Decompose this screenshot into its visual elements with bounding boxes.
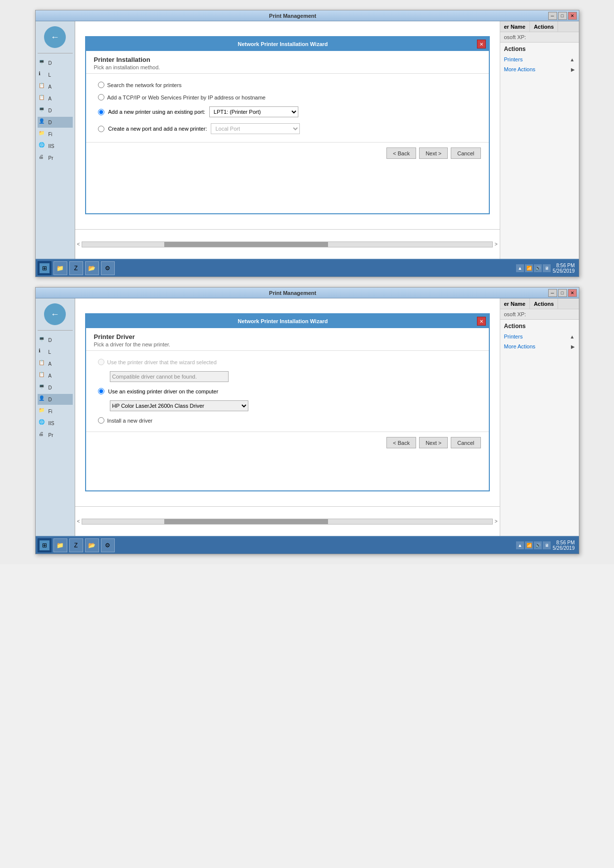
sidebar-item-a2-s2[interactable]: 📋 A (38, 370, 73, 381)
maximize-button-1[interactable]: □ (558, 12, 567, 20)
taskbar-2: ⊞ 📁 Z 📂 ⚙ ▲ 📶 🔊 🖥 8:56 PM 5/26/2019 (36, 536, 579, 554)
start-icon-1: ⊞ (40, 263, 49, 273)
wizard-dialog-title-bar-2: Network Printer Installation Wizard ✕ (86, 314, 489, 328)
sidebar-icon-d1: 💻 (39, 59, 47, 67)
back-button-wizard-1[interactable]: < Back (386, 147, 416, 159)
sidebar-item-fi-s2[interactable]: 📁 Fi (38, 406, 73, 417)
wizard-close-button-2[interactable]: ✕ (477, 317, 486, 326)
maximize-button-2[interactable]: □ (558, 289, 567, 297)
wizard-section-title-2: Printer Driver (94, 333, 481, 340)
cancel-button-wizard-1[interactable]: Cancel (451, 147, 480, 159)
sidebar-icon-fi-s2: 📁 (39, 407, 47, 415)
sidebar-item-pr[interactable]: 🖨 Pr (38, 152, 73, 163)
new-port-dropdown[interactable]: Local Port Standard TCP/IP Port (211, 123, 300, 134)
radio-existing-driver-input[interactable] (98, 388, 104, 394)
scroll-left-btn-1[interactable]: < (77, 241, 80, 247)
wizard-footer-2: < Back Next > Cancel (86, 432, 489, 453)
scroll-track-1[interactable] (82, 241, 492, 247)
window-panel-2: Print Management ─ □ ✕ ← 💻 D ℹ (35, 287, 579, 554)
radio-new-port-input[interactable] (98, 126, 104, 132)
radio-existing-port-input[interactable] (98, 109, 104, 115)
taskbar-left-1: ⊞ 📁 Z 📂 ⚙ (38, 261, 115, 275)
sidebar-icon-l1: ℹ (39, 71, 47, 79)
sidebar-item-l1[interactable]: ℹ L (38, 69, 73, 80)
sidebar-item-fi[interactable]: 📁 Fi (38, 129, 73, 140)
tray-network-1[interactable]: 📶 (525, 264, 533, 272)
sidebar-item-d3-s2[interactable]: 👤 D (38, 394, 73, 405)
back-button-wizard-2[interactable]: < Back (386, 437, 416, 448)
radio-wizard-selected-input[interactable] (98, 359, 104, 365)
sidebar-icon-a1-s2: 📋 (39, 360, 47, 368)
actions-header-1: Actions (500, 43, 579, 54)
taskbar-btn-app2-1[interactable]: Z (69, 261, 83, 275)
table-scroll-1: < > (75, 241, 500, 247)
radio-add-tcpip-label: Add a TCP/IP or Web Services Printer by … (107, 95, 266, 100)
radio-existing-driver-label: Use an existing printer driver on the co… (108, 388, 219, 394)
sidebar-item-a1[interactable]: 📋 A (38, 81, 73, 92)
cancel-button-wizard-2[interactable]: Cancel (451, 437, 480, 448)
minimize-button-2[interactable]: ─ (548, 289, 557, 297)
sidebar-item-a1-s2[interactable]: 📋 A (38, 358, 73, 369)
sidebar-item-d2-s2[interactable]: 💻 D (38, 382, 73, 393)
minimize-button-1[interactable]: ─ (548, 12, 557, 20)
right-panel-subheader-2: osoft XP: (500, 309, 579, 320)
taskbar-btn-app2-2[interactable]: Z (69, 538, 83, 552)
tray-misc-1[interactable]: 🖥 (543, 264, 551, 272)
sidebar-item-iis-s2[interactable]: 🌐 IIS (38, 418, 73, 429)
tray-expand-1[interactable]: ▲ (516, 264, 524, 272)
sidebar-item-d1[interactable]: 💻 D (38, 57, 73, 68)
sidebar-icon-iis: 🌐 (39, 142, 47, 150)
back-button-1[interactable]: ← (44, 26, 66, 48)
existing-port-dropdown[interactable]: LPT1: (Printer Port) LPT2: COM1: USB001 (209, 106, 298, 117)
scroll-right-btn-1[interactable]: > (495, 241, 498, 247)
actions-item-printers-1[interactable]: Printers ▲ (500, 54, 579, 64)
table-scroll-2: < > (75, 519, 500, 525)
taskbar-btn-app3-1[interactable]: 📂 (85, 261, 99, 275)
radio-search-network-input[interactable] (98, 82, 104, 88)
taskbar-btn-explorer-2[interactable]: 📁 (53, 538, 67, 552)
back-button-2[interactable]: ← (44, 303, 66, 325)
sidebar-item-d1-s2[interactable]: 💻 D (38, 335, 73, 345)
close-button-2[interactable]: ✕ (568, 289, 577, 297)
sidebar-item-d2[interactable]: 💻 D (38, 105, 73, 116)
sidebar-icon-d2: 💻 (39, 106, 47, 114)
taskbar-btn-app4-1[interactable]: ⚙ (101, 261, 115, 275)
tray-network-2[interactable]: 📶 (525, 541, 533, 549)
start-button-2[interactable]: ⊞ (38, 538, 51, 552)
taskbar-btn-app3-2[interactable]: 📂 (85, 538, 99, 552)
tray-misc-2[interactable]: 🖥 (543, 541, 551, 549)
scroll-right-btn-2[interactable]: > (495, 519, 498, 524)
radio-add-tcpip-input[interactable] (98, 94, 104, 100)
sidebar-items-2: 💻 D ℹ L 📋 A 📋 A (36, 333, 75, 442)
sidebar-item-l1-s2[interactable]: ℹ L (38, 346, 73, 357)
right-panel-subheader-1: osoft XP: (500, 32, 579, 43)
taskbar-btn-app4-2[interactable]: ⚙ (101, 538, 115, 552)
sidebar-item-d3[interactable]: 👤 D (38, 117, 73, 128)
next-button-wizard-1[interactable]: Next > (419, 147, 448, 159)
panel-body-2: ← 💻 D ℹ L 📋 A 📋 (36, 298, 579, 536)
sidebar-icon-fi: 📁 (39, 130, 47, 138)
tray-sound-2[interactable]: 🔊 (534, 541, 542, 549)
scroll-track-2[interactable] (82, 519, 492, 525)
actions-item-more-1[interactable]: More Actions ▶ (500, 64, 579, 74)
taskbar-btn-explorer-1[interactable]: 📁 (53, 261, 67, 275)
sidebar-icon-a2-s2: 📋 (39, 372, 47, 380)
actions-item-more-2[interactable]: More Actions ▶ (500, 341, 579, 351)
radio-install-new-input[interactable] (98, 417, 104, 424)
sidebar-item-pr-s2[interactable]: 🖨 Pr (38, 430, 73, 440)
right-panel-2: er Name Actions osoft XP: Actions Printe… (500, 298, 579, 536)
sidebar-item-a2[interactable]: 📋 A (38, 93, 73, 104)
start-button-1[interactable]: ⊞ (38, 261, 51, 275)
radio-install-new-label: Install a new driver (107, 418, 153, 424)
sidebar-item-iis[interactable]: 🌐 IIS (38, 141, 73, 151)
scroll-left-btn-2[interactable]: < (77, 519, 80, 524)
clock-date-1: 5/26/2019 (553, 268, 575, 274)
title-bar-controls-2: ─ □ ✕ (548, 289, 577, 297)
tray-expand-2[interactable]: ▲ (516, 541, 524, 549)
close-button-1[interactable]: ✕ (568, 12, 577, 20)
next-button-wizard-2[interactable]: Next > (419, 437, 448, 448)
actions-item-printers-2[interactable]: Printers ▲ (500, 332, 579, 341)
tray-sound-1[interactable]: 🔊 (534, 264, 542, 272)
wizard-close-button-1[interactable]: ✕ (477, 40, 486, 48)
driver-dropdown[interactable]: HP Color LaserJet 2600n Class Driver (110, 400, 248, 411)
